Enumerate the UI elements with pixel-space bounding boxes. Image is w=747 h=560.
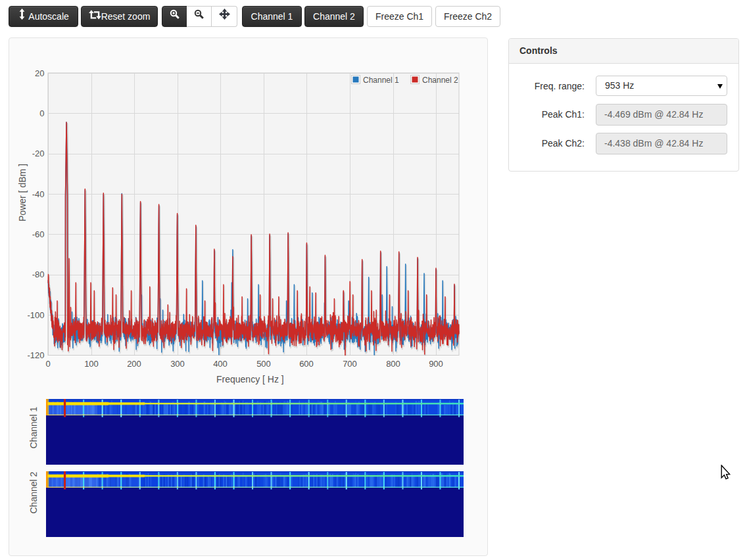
svg-text:400: 400	[213, 359, 228, 369]
svg-text:800: 800	[386, 359, 400, 369]
svg-text:-60: -60	[32, 229, 45, 239]
svg-text:700: 700	[343, 359, 357, 369]
svg-text:0: 0	[45, 359, 50, 369]
svg-text:600: 600	[299, 359, 314, 369]
svg-text:100: 100	[84, 359, 99, 369]
svg-text:-120: -120	[27, 350, 44, 360]
svg-text:500: 500	[256, 359, 271, 369]
svg-text:200: 200	[127, 359, 141, 369]
svg-text:20: 20	[35, 68, 44, 78]
svg-text:Channel 2: Channel 2	[422, 76, 458, 85]
svg-text:900: 900	[429, 359, 443, 369]
svg-text:300: 300	[170, 359, 185, 369]
svg-text:-80: -80	[32, 269, 45, 279]
svg-text:Channel 1: Channel 1	[363, 76, 399, 85]
svg-text:-40: -40	[32, 189, 45, 199]
svg-text:-100: -100	[27, 310, 44, 320]
svg-text:-20: -20	[32, 149, 45, 158]
svg-text:0: 0	[39, 108, 44, 118]
